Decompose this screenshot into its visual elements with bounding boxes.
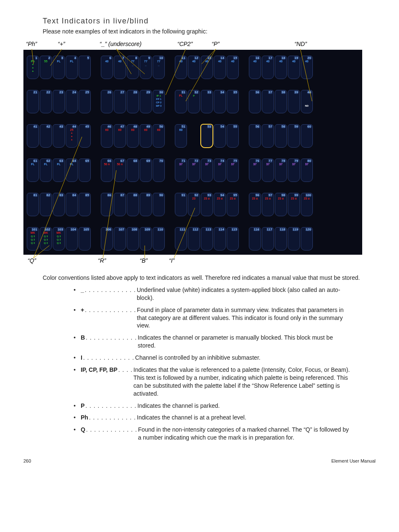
- channel-number: 25: [85, 90, 90, 94]
- definition-term: Ph: [81, 414, 88, 422]
- channel-number: 15: [233, 56, 238, 60]
- channel-number: 104: [70, 228, 77, 231]
- label-i: “I”: [169, 257, 174, 264]
- grid-group: 9623 B9723 B9823 B9923 B10023 B: [249, 193, 313, 216]
- definition-dots: . . . . . . . . . . . . .: [83, 354, 134, 362]
- channel-cell: 62FL: [40, 159, 52, 182]
- definition-dots: . . . . . . . . . . . . .: [85, 402, 136, 410]
- channel-number: 61: [33, 159, 38, 163]
- channel-value: MKQ 3Q 3Q 3: [27, 231, 38, 245]
- channel-cell: 640: [101, 56, 113, 79]
- top-labels: “Ph” “+” “_” (underscore) “CP2” “P” “ND”: [23, 41, 362, 50]
- channel-cell: 32P: [188, 90, 200, 113]
- channel-number: 59: [294, 125, 299, 128]
- channel-cell: 84: [66, 193, 78, 216]
- channel-value: 60: [101, 128, 113, 132]
- channel-number: 107: [118, 228, 125, 231]
- channel-number: 24: [72, 90, 77, 94]
- grid-row: 1Ph+++2553FL4FL5640740877_977_1077_11401…: [27, 56, 359, 79]
- channel-number: 37: [268, 90, 273, 94]
- channel-cell: 58: [275, 124, 287, 148]
- channel-number: 91: [181, 193, 186, 197]
- channel-number: 67: [120, 159, 125, 163]
- channel-number: 16: [255, 56, 260, 60]
- channel-cell: 68: [127, 159, 139, 182]
- label-ph: “Ph”: [26, 41, 37, 47]
- channel-cell: 86: [101, 193, 113, 216]
- channel-cell: 9423 B: [214, 193, 226, 216]
- channel-number: 66: [107, 159, 112, 163]
- channel-number: 6: [109, 56, 112, 60]
- channel-cell: 4860: [127, 124, 139, 148]
- channel-cell: 60: [301, 124, 313, 148]
- channel-cell: 87: [114, 193, 126, 216]
- grid-row: 818283848586878889909192239323 B9423 B95…: [27, 193, 359, 216]
- channel-cell: 4FL: [66, 56, 78, 79]
- channel-number: 89: [146, 193, 151, 197]
- channel-value: 37: [188, 163, 200, 166]
- channel-number: 29: [146, 90, 151, 94]
- channel-value: 23 B: [214, 197, 225, 200]
- channel-cell: 9723 B: [262, 193, 274, 216]
- grid-row: 61FL62FL63FL64FL656650 R6750 R6869707137…: [27, 159, 359, 182]
- channel-cell: 7737: [262, 159, 274, 182]
- channel-number: 30: [159, 90, 164, 94]
- channel-cell: 28: [127, 90, 139, 113]
- grid-row: 4142434425+++454660476048604960506051605…: [27, 124, 359, 148]
- definition-term: _: [81, 286, 84, 302]
- channel-number: 12: [194, 56, 199, 60]
- channel-cell: 1440: [214, 56, 226, 79]
- definition-term: +: [81, 306, 84, 330]
- channel-cell: 7537: [227, 159, 239, 182]
- channel-number: 101: [31, 228, 38, 231]
- definition-item: Ph. . . . . . . . . . . . Indicates the …: [74, 414, 350, 422]
- channel-value: P: [188, 94, 200, 97]
- channel-cell: 119: [288, 227, 300, 251]
- channel-number: 96: [255, 193, 260, 197]
- channel-cell: 69: [140, 159, 152, 182]
- definition-dots: . . . . . . . . . . . . .: [85, 286, 136, 302]
- definition-desc: Found in the non-intensity categories of…: [138, 426, 350, 442]
- channel-value: 37: [249, 163, 261, 166]
- channel-number: 83: [59, 193, 64, 197]
- channel-value: 40: [214, 60, 225, 63]
- channel-cell: 29: [140, 90, 152, 113]
- label-r: “R”: [98, 257, 106, 264]
- channel-cell: 55: [227, 124, 239, 148]
- channel-value: 40: [227, 60, 238, 63]
- channel-value: 60: [175, 128, 187, 132]
- channel-number: 58: [281, 125, 286, 128]
- definition-desc: Channel is controlled by an inhibitive s…: [135, 354, 350, 362]
- definition-desc: Indicates the channel or parameter is ma…: [138, 334, 350, 350]
- channel-value: 40: [275, 60, 286, 63]
- channel-cell: 3FL: [53, 56, 65, 79]
- grid-group: 31FL32P333435: [175, 90, 239, 113]
- grid-group: 71377237733774377537: [175, 159, 239, 182]
- channel-number: 32: [194, 90, 199, 94]
- channel-cell: 118: [275, 227, 287, 251]
- channel-number: 36: [255, 90, 260, 94]
- channel-cell: 4660: [101, 124, 113, 148]
- channel-cell: 88: [127, 193, 139, 216]
- channel-cell: 120: [301, 227, 313, 251]
- channel-cell: 1640: [249, 56, 261, 79]
- channel-cell: 1140: [175, 56, 187, 79]
- channel-cell: 42: [40, 124, 52, 148]
- channel-cell: 35: [227, 90, 239, 113]
- channel-value: FL: [40, 163, 51, 166]
- channel-cell: 23: [53, 90, 65, 113]
- channel-number: 19: [294, 56, 299, 60]
- channel-number: 97: [268, 193, 273, 197]
- channel-cell: 117: [262, 227, 274, 251]
- channel-cell: 108: [127, 227, 139, 251]
- channel-value: IP 1FP 1CP 2BP 3: [153, 94, 164, 107]
- channel-value: 60: [140, 128, 151, 132]
- channel-value: 23 B: [275, 197, 286, 200]
- channel-number: 73: [207, 159, 212, 163]
- channel-number: 18: [281, 56, 286, 60]
- channel-number: 31: [181, 90, 186, 94]
- channel-value: 37: [201, 163, 212, 166]
- channel-number: 75: [233, 159, 238, 163]
- channel-value: 77_: [127, 60, 138, 66]
- channel-number: 120: [305, 228, 312, 231]
